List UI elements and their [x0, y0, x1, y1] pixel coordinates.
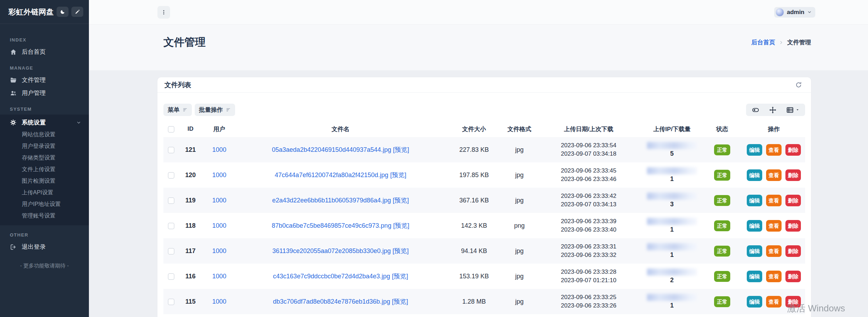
edit-button[interactable]: 编辑: [747, 144, 762, 156]
sidebar-subitem-upload-api[interactable]: 上传API设置: [0, 187, 89, 199]
preview-link[interactable]: [预览]: [393, 247, 409, 254]
date-cell: 2023-09-06 23:33:28 2023-09-07 01:21:10: [535, 264, 642, 289]
card-title: 文件列表: [164, 80, 191, 90]
edit-button[interactable]: 编辑: [747, 271, 762, 282]
user-link[interactable]: 1000: [212, 247, 226, 254]
filename-link[interactable]: 361139ce202055aa072e2085bb330e0.jpg: [272, 247, 391, 254]
view-button[interactable]: 查看: [766, 296, 782, 308]
sidebar-subitem-storage-type[interactable]: 存储类型设置: [0, 152, 89, 164]
topbar-menu-button[interactable]: [157, 6, 170, 19]
delete-button[interactable]: 删除: [785, 144, 801, 156]
last-download-date: 2023-09-06 23:33:32: [535, 251, 642, 259]
edit-button[interactable]: 编辑: [747, 245, 762, 257]
column-header-format: 文件格式: [504, 121, 535, 137]
row-checkbox[interactable]: [168, 299, 174, 305]
column-header-user: 用户: [202, 121, 237, 137]
edit-button[interactable]: 编辑: [747, 220, 762, 232]
activate-windows-watermark: 激活 Windows: [787, 302, 845, 315]
ip-cell: 1: [642, 213, 702, 238]
sidebar-item-users[interactable]: 用户管理: [0, 86, 89, 99]
preview-link[interactable]: [预览]: [390, 172, 406, 179]
preview-link[interactable]: [预览]: [392, 273, 408, 280]
file-id: 115: [179, 289, 202, 314]
user-link[interactable]: 1000: [212, 197, 226, 204]
username: admin: [787, 9, 804, 16]
edit-button[interactable]: 编辑: [747, 296, 762, 308]
table-row: 115 1000 db3c706df7ad8e0b824e7876eb1d36b…: [163, 289, 805, 314]
status-badge: 正常: [714, 271, 730, 282]
batch-actions-button[interactable]: 批量操作: [195, 104, 235, 116]
user-link[interactable]: 1000: [212, 222, 226, 229]
filename-link[interactable]: 05a3aeda2b4220469150d440937a544.jpg: [272, 146, 391, 153]
delete-button[interactable]: 删除: [785, 195, 801, 206]
preview-link[interactable]: [预览]: [393, 197, 409, 204]
topbar: admin: [89, 0, 868, 25]
delete-button[interactable]: 删除: [785, 271, 801, 282]
filename-link[interactable]: 47c644a7ef61200742fa80a2f42150d.jpg: [275, 172, 388, 179]
sidebar-item-dashboard[interactable]: 后台首页: [0, 45, 89, 58]
select-all-checkbox[interactable]: [168, 126, 174, 132]
last-download-date: 2023-09-06 23:33:46: [535, 175, 642, 183]
status-cell: 正常: [702, 289, 743, 314]
delete-button[interactable]: 删除: [785, 220, 801, 232]
download-count: 5: [642, 150, 702, 157]
preview-link[interactable]: [预览]: [393, 222, 409, 229]
row-checkbox[interactable]: [168, 248, 174, 254]
sidebar-subitem-site-info[interactable]: 网站信息设置: [0, 129, 89, 141]
sidebar-item-label: 文件管理: [22, 76, 46, 84]
user-link[interactable]: 1000: [212, 273, 226, 280]
toggle-columns-button[interactable]: [752, 106, 759, 114]
upload-date: 2023-09-06 23:33:25: [535, 293, 642, 302]
view-button[interactable]: 查看: [766, 245, 782, 257]
refresh-button[interactable]: [795, 81, 802, 89]
view-button[interactable]: 查看: [766, 220, 782, 232]
view-button[interactable]: 查看: [766, 169, 782, 181]
view-button[interactable]: 查看: [766, 195, 782, 206]
user-link[interactable]: 1000: [212, 298, 226, 305]
user-link[interactable]: 1000: [212, 172, 226, 179]
filename-link[interactable]: e2a43d22ee6bb6b11b06053979d86a4.jpg: [272, 197, 391, 204]
filename-cell: 87b0ca6be7c5be8469857ce49c6c973.png [预览]: [237, 213, 445, 238]
sidebar-item-label: 用户管理: [22, 89, 46, 97]
sidebar-subitem-image-check[interactable]: 图片检测设置: [0, 175, 89, 187]
row-select-cell: [163, 188, 179, 213]
last-download-date: 2023-09-06 23:33:26: [535, 302, 642, 310]
breadcrumb-home-link[interactable]: 后台首页: [751, 38, 775, 46]
row-checkbox[interactable]: [168, 147, 174, 153]
delete-button[interactable]: 删除: [785, 245, 801, 257]
sidebar-subitem-admin-account[interactable]: 管理账号设置: [0, 210, 89, 222]
filename-link[interactable]: 87b0ca6be7c5be8469857ce49c6c973.png: [272, 222, 391, 229]
user-menu[interactable]: admin: [774, 7, 815, 18]
row-checkbox[interactable]: [168, 223, 174, 229]
delete-button[interactable]: 删除: [785, 169, 801, 181]
dark-mode-button[interactable]: [57, 7, 69, 17]
last-download-date: 2023-09-07 03:34:18: [535, 150, 642, 158]
sidebar-subitem-file-upload[interactable]: 文件上传设置: [0, 164, 89, 175]
sidebar-item-files[interactable]: 文件管理: [0, 73, 89, 86]
row-checkbox[interactable]: [168, 273, 174, 280]
folder-icon: [10, 77, 17, 84]
table-row: 119 1000 e2a43d22ee6bb6b11b06053979d86a4…: [163, 188, 805, 213]
drag-reorder-button[interactable]: [769, 106, 777, 114]
user-link[interactable]: 1000: [212, 146, 226, 153]
theme-button[interactable]: [71, 7, 83, 17]
upload-date: 2023-09-06 23:33:45: [535, 167, 642, 175]
edit-button[interactable]: 编辑: [747, 169, 762, 181]
view-button[interactable]: 查看: [766, 144, 782, 156]
preview-link[interactable]: [预览]: [392, 298, 408, 305]
sidebar-item-system-settings[interactable]: 系统设置: [0, 116, 89, 129]
edit-button[interactable]: 编辑: [747, 195, 762, 206]
home-icon: [10, 48, 17, 56]
sidebar-subitem-user-ip[interactable]: 用户IP地址设置: [0, 199, 89, 210]
view-button[interactable]: 查看: [766, 271, 782, 282]
sidebar-item-logout[interactable]: 退出登录: [0, 240, 89, 253]
row-checkbox[interactable]: [168, 172, 174, 179]
filename-link[interactable]: db3c706df7ad8e0b824e7876eb1d36b.jpg: [273, 298, 390, 305]
table-layout-button[interactable]: [786, 106, 799, 114]
row-checkbox[interactable]: [168, 198, 174, 204]
menu-button[interactable]: 菜单: [163, 104, 192, 116]
sidebar-subitem-user-login[interactable]: 用户登录设置: [0, 141, 89, 152]
chevron-down-icon: [76, 120, 81, 125]
preview-link[interactable]: [预览]: [393, 146, 409, 153]
filename-link[interactable]: c43c163e7c9ddccbc0be72d4d2ba4e3.jpg: [273, 273, 390, 280]
